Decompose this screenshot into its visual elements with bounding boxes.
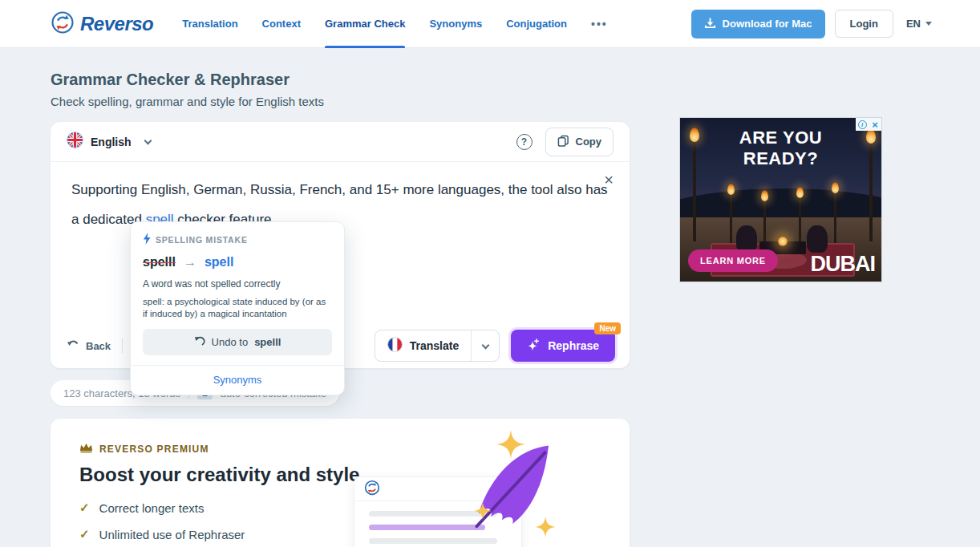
nav-item-context[interactable]: Context	[262, 0, 301, 48]
premium-promo-card: REVERSO PREMIUM Boost your creativity an…	[51, 419, 630, 547]
grammar-editor-card: English ? Copy × Supporting Engli	[51, 122, 630, 368]
page-subtitle: Check spelling, grammar and style for En…	[51, 95, 980, 108]
suggested-word[interactable]: spell	[205, 255, 233, 269]
toolbar-divider	[122, 338, 123, 353]
ad-headline: ARE YOU READY?	[680, 118, 881, 169]
ad-headline-line1: ARE YOU	[680, 128, 881, 148]
ad-person-silhouette	[736, 225, 757, 253]
torch	[730, 193, 732, 249]
reverso-logo-icon	[364, 480, 380, 499]
undo-icon	[194, 336, 205, 348]
arrow-right-icon: →	[184, 255, 196, 269]
site-language-label: EN	[906, 18, 921, 30]
sparkle-star-icon	[496, 430, 525, 462]
ad-learn-more-button[interactable]: LEARN MORE	[688, 249, 778, 272]
text-language-selector[interactable]: English	[67, 132, 151, 152]
nav-item-grammar-check[interactable]: Grammar Check	[325, 0, 405, 48]
torch-flame	[727, 184, 735, 195]
undo-word: spelll	[254, 336, 281, 348]
english-flag-icon	[67, 132, 83, 152]
translate-button-label: Translate	[410, 339, 459, 352]
torch	[834, 192, 836, 248]
translate-dropdown-toggle[interactable]	[472, 330, 499, 361]
translate-split-button: Translate	[375, 330, 500, 362]
new-badge: New	[594, 322, 621, 334]
undo-correction-button[interactable]: Undo to spelll	[143, 329, 332, 355]
close-icon: ×	[872, 120, 878, 130]
premium-feature-text: Correct longer texts	[99, 501, 205, 515]
reverso-logo-icon	[51, 10, 75, 38]
mistake-type-label: SPELLING MISTAKE	[156, 235, 248, 245]
back-arrow-icon	[67, 339, 80, 352]
premium-label: REVERSO PREMIUM	[99, 444, 209, 455]
header-actions: Download for Mac Login EN	[691, 10, 935, 38]
rephrase-button[interactable]: New Rephrase	[511, 330, 615, 362]
ad-person-silhouette	[807, 225, 828, 253]
premium-feature-text: Unlimited use of Rephraser	[99, 528, 245, 541]
synonyms-link[interactable]: Synonyms	[131, 365, 344, 395]
editor-top-bar: English ? Copy	[51, 122, 630, 162]
download-for-mac-button[interactable]: Download for Mac	[691, 10, 825, 38]
nav-more-menu[interactable]: •••	[591, 0, 608, 48]
torch	[763, 200, 766, 248]
copy-button-label: Copy	[576, 136, 602, 148]
chevron-down-icon	[144, 136, 152, 144]
word-definition: spell: a psychological state induced by …	[143, 296, 332, 320]
main-nav: Translation Context Grammar Check Synony…	[182, 0, 608, 48]
help-icon[interactable]: ?	[516, 134, 533, 150]
wrong-word: spelll	[143, 255, 176, 269]
login-button[interactable]: Login	[835, 10, 893, 38]
nav-item-translation[interactable]: Translation	[182, 0, 237, 48]
torch	[799, 197, 801, 248]
chevron-down-icon	[481, 341, 489, 349]
undo-label-prefix: Undo to	[212, 336, 249, 348]
editor-top-actions: ? Copy	[516, 128, 614, 156]
torch-flame	[832, 182, 839, 193]
popup-content: SPELLING MISTAKE spelll → spell A word w…	[131, 222, 344, 355]
top-navigation-bar: Reverso Translation Context Grammar Chec…	[0, 0, 980, 48]
nav-item-conjugation[interactable]: Conjugation	[506, 0, 567, 48]
crown-icon	[79, 443, 93, 456]
download-icon	[704, 17, 716, 31]
sparkle-star-icon	[474, 502, 492, 523]
copy-button[interactable]: Copy	[545, 128, 614, 156]
ad-dubai-logo: DUBAI	[811, 252, 876, 277]
translate-button[interactable]: Translate	[375, 330, 471, 361]
toolbar-right-actions: Translate New Rephrase	[375, 330, 615, 362]
rephrase-button-label: Rephrase	[548, 339, 599, 352]
sparkle-star-icon	[535, 517, 556, 541]
ad-close-button[interactable]: ×	[869, 118, 881, 131]
chevron-down-icon	[925, 22, 932, 26]
ad-headline-line2: READY?	[680, 148, 881, 169]
ad-lantern-glow	[778, 237, 788, 246]
back-button-label: Back	[86, 340, 111, 352]
mistake-type-row: SPELLING MISTAKE	[143, 233, 332, 246]
reverso-wordmark: Reverso	[80, 13, 153, 35]
text-language-label: English	[91, 136, 132, 148]
display-ad-dubai[interactable]: ARE YOU READY? LEARN MORE DUBAI i ×	[679, 117, 882, 282]
sparkles-icon	[527, 338, 541, 354]
text-bar	[369, 538, 497, 544]
mistake-explanation: A word was not spelled correctly	[143, 278, 332, 290]
spelling-correction-popup: SPELLING MISTAKE spelll → spell A word w…	[130, 221, 345, 395]
page-title: Grammar Checker & Rephraser	[51, 71, 980, 89]
nav-item-synonyms[interactable]: Synonyms	[429, 0, 482, 48]
check-icon: ✓	[79, 527, 90, 541]
ad-info-button[interactable]: i	[856, 118, 869, 131]
copy-icon	[557, 135, 569, 149]
french-flag-icon	[387, 337, 403, 355]
torch-flame	[761, 190, 768, 201]
close-icon[interactable]: ×	[601, 168, 617, 191]
info-icon: i	[858, 120, 867, 129]
torch-flame	[796, 187, 804, 198]
back-button[interactable]: Back	[67, 339, 111, 352]
download-button-label: Download for Mac	[723, 18, 812, 30]
site-language-dropdown[interactable]: EN	[903, 13, 935, 34]
correction-row: spelll → spell	[143, 255, 332, 269]
ad-choices-controls: i ×	[856, 118, 881, 131]
reverso-logo[interactable]: Reverso	[51, 10, 153, 38]
lightning-icon	[143, 233, 151, 246]
check-icon: ✓	[79, 500, 90, 515]
